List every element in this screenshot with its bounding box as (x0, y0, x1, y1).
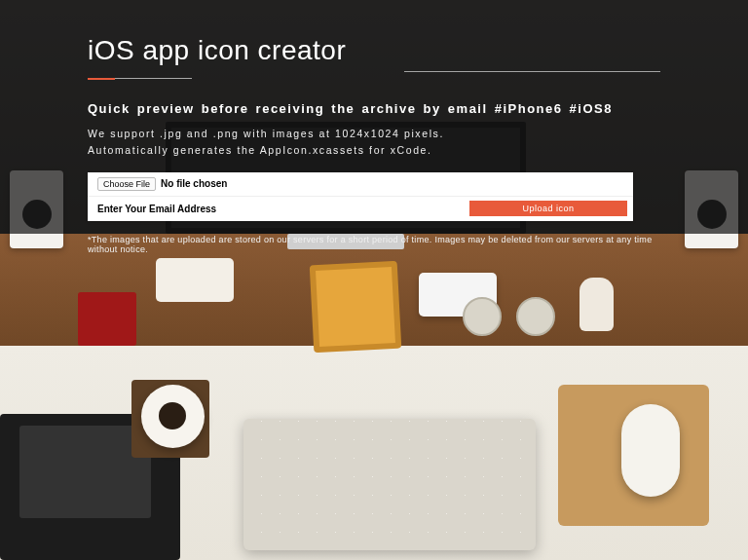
support-text: We support .jpg and .png with images at … (88, 126, 660, 159)
upload-icon-button[interactable]: Upload icon (469, 201, 627, 216)
page-title: iOS app icon creator (88, 35, 346, 74)
support-line-2: Automatically generates the AppIcon.xcas… (88, 144, 432, 156)
subtitle: Quick preview before receiving the archi… (88, 101, 660, 116)
no-file-chosen-text: No file chosen (161, 178, 227, 189)
title-accent (88, 78, 115, 80)
support-line-1: We support .jpg and .png with images at … (88, 128, 444, 139)
upload-form: Choose File No file chosen Enter Your Em… (88, 172, 633, 221)
disclaimer-text: *The images that are uploaded are stored… (88, 235, 660, 254)
title-divider (404, 71, 660, 72)
choose-file-button[interactable]: Choose File (97, 177, 156, 191)
